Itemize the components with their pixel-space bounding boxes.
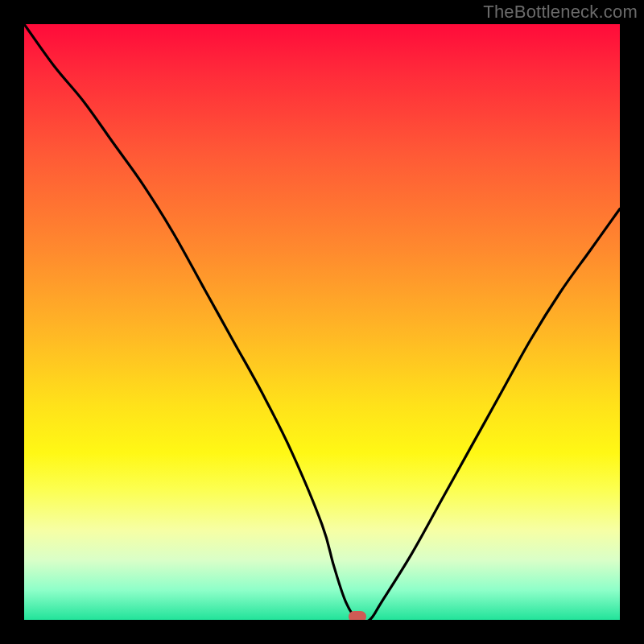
curve-path [24,24,620,620]
plot-area [24,24,620,620]
optimal-marker [349,611,366,620]
watermark-text: TheBottleneck.com [483,2,638,23]
chart-stage: TheBottleneck.com [0,0,644,644]
bottleneck-curve [24,24,620,620]
